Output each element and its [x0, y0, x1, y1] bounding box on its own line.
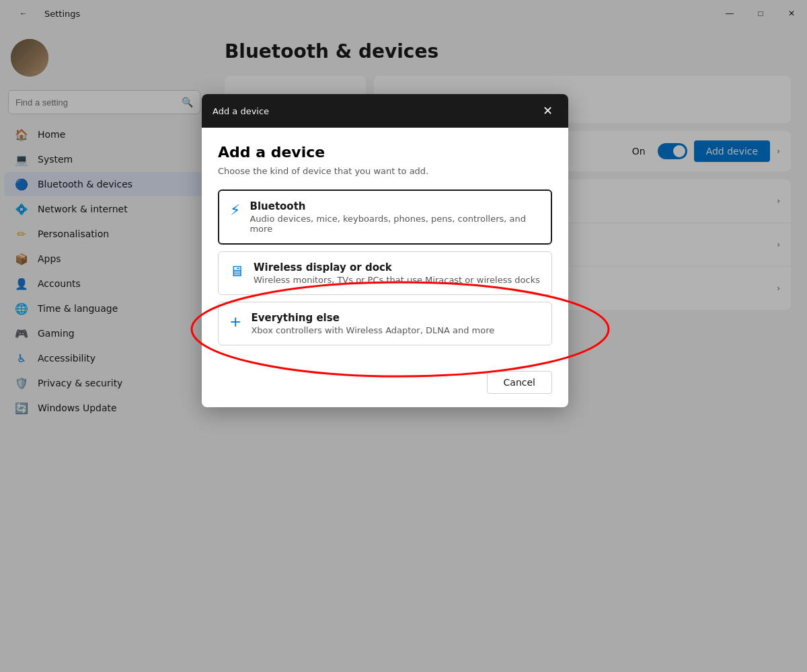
- device-option-text-wireless: Wireless display or dock Wireless monito…: [254, 261, 540, 285]
- device-option-title-everything: Everything else: [251, 312, 494, 324]
- dialog-footer: Cancel: [202, 363, 568, 407]
- device-option-desc-wireless: Wireless monitors, TVs or PCs that use M…: [254, 275, 540, 285]
- device-option-title-wireless: Wireless display or dock: [254, 261, 540, 274]
- device-option-title-bluetooth: Bluetooth: [249, 200, 540, 212]
- device-options-list: ⚡ Bluetooth Audio devices, mice, keyboar…: [218, 190, 552, 345]
- device-option-text-everything: Everything else Xbox controllers with Wi…: [251, 312, 494, 335]
- dialog-body: Add a device Choose the kind of device t…: [202, 128, 568, 363]
- device-option-wireless[interactable]: 🖥 Wireless display or dock Wireless moni…: [218, 251, 552, 295]
- device-option-icon-everything: +: [229, 313, 241, 330]
- device-option-icon-bluetooth: ⚡: [230, 202, 240, 218]
- device-option-bluetooth[interactable]: ⚡ Bluetooth Audio devices, mice, keyboar…: [218, 190, 552, 245]
- cancel-button[interactable]: Cancel: [487, 371, 552, 394]
- dialog-overlay: Add a device ✕ Add a device Choose the k…: [0, 0, 807, 672]
- dialog-close-button[interactable]: ✕: [537, 101, 558, 121]
- dialog-title: Add a device: [218, 144, 552, 161]
- device-option-desc-everything: Xbox controllers with Wireless Adaptor, …: [251, 325, 494, 335]
- device-option-everything[interactable]: + Everything else Xbox controllers with …: [218, 302, 552, 345]
- add-device-dialog: Add a device ✕ Add a device Choose the k…: [202, 94, 568, 407]
- dialog-titlebar: Add a device ✕: [202, 94, 568, 128]
- device-option-text-bluetooth: Bluetooth Audio devices, mice, keyboards…: [249, 200, 540, 234]
- device-option-icon-wireless: 🖥: [229, 263, 244, 280]
- dialog-titlebar-title: Add a device: [213, 106, 269, 116]
- dialog-subtitle: Choose the kind of device that you want …: [218, 166, 552, 176]
- device-option-desc-bluetooth: Audio devices, mice, keyboards, phones, …: [249, 214, 540, 234]
